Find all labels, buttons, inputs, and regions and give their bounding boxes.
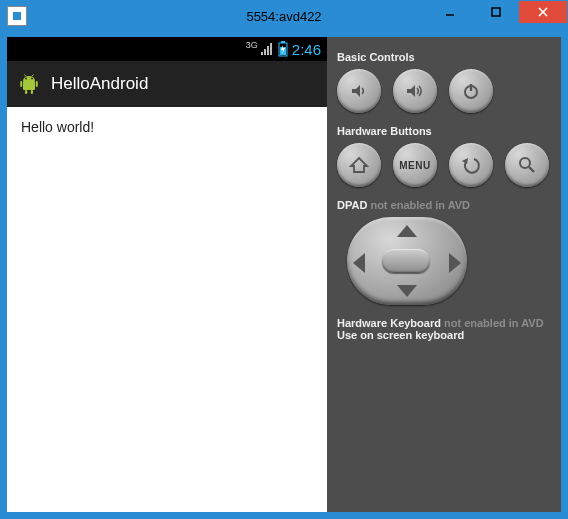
home-button[interactable] (337, 143, 381, 187)
svg-rect-7 (270, 43, 272, 55)
titlebar: 5554:avd422 (1, 1, 567, 31)
signal-icon (260, 42, 274, 56)
menu-button[interactable]: MENU (393, 143, 437, 187)
hardware-buttons-row: MENU (337, 143, 551, 187)
svg-rect-4 (261, 52, 263, 55)
client-area: 3G 2:46 (1, 31, 567, 518)
maximize-icon (490, 6, 502, 18)
maximize-button[interactable] (473, 1, 519, 23)
power-icon (460, 80, 482, 102)
window-controls (427, 1, 567, 31)
svg-rect-6 (267, 46, 269, 55)
svg-marker-25 (351, 158, 367, 172)
svg-rect-1 (492, 8, 500, 16)
hardware-keyboard-section: Hardware Keyboard not enabled in AVD Use… (337, 317, 551, 341)
network-type-label: 3G (246, 40, 258, 50)
dpad-down-icon (397, 285, 417, 297)
home-icon (348, 154, 370, 176)
basic-controls-row (337, 69, 551, 113)
dpad-disabled-note: not enabled in AVD (370, 199, 470, 211)
clock-label: 2:46 (292, 41, 321, 58)
back-button[interactable] (449, 143, 493, 187)
hello-world-text: Hello world! (21, 119, 94, 135)
app-content-area[interactable]: Hello world! (7, 107, 327, 512)
dpad-label: DPAD (337, 199, 367, 211)
android-app-bar: HelloAndroid (7, 61, 327, 107)
app-title: HelloAndroid (51, 74, 148, 94)
emulator-side-panel: Basic Controls (327, 37, 561, 512)
svg-line-19 (25, 75, 27, 77)
dpad-right-icon (449, 253, 461, 273)
svg-rect-16 (36, 81, 38, 87)
dpad-left-icon (353, 253, 365, 273)
menu-button-label: MENU (399, 160, 430, 171)
svg-rect-12 (23, 81, 35, 90)
hardware-buttons-label: Hardware Buttons (337, 125, 551, 137)
battery-icon (278, 41, 288, 57)
svg-marker-22 (407, 85, 415, 97)
svg-point-14 (31, 78, 33, 80)
volume-down-button[interactable] (337, 69, 381, 113)
svg-rect-18 (31, 90, 33, 94)
power-button[interactable] (449, 69, 493, 113)
dpad (337, 217, 477, 305)
search-icon (516, 154, 538, 176)
svg-marker-21 (352, 85, 360, 97)
volume-up-button[interactable] (393, 69, 437, 113)
device-screen: 3G 2:46 (7, 37, 327, 512)
svg-point-13 (25, 78, 27, 80)
basic-controls-label: Basic Controls (337, 51, 551, 63)
android-robot-icon (17, 72, 41, 96)
minimize-button[interactable] (427, 1, 473, 23)
svg-point-27 (520, 158, 530, 168)
svg-rect-15 (20, 81, 22, 87)
android-status-bar: 3G 2:46 (7, 37, 327, 61)
close-button[interactable] (519, 1, 567, 23)
back-icon (460, 154, 482, 176)
minimize-icon (444, 6, 456, 18)
hw-keyboard-label: Hardware Keyboard (337, 317, 441, 329)
svg-line-28 (529, 167, 534, 172)
svg-line-20 (32, 75, 34, 77)
hw-keyboard-hint: Use on screen keyboard (337, 329, 551, 341)
search-button[interactable] (505, 143, 549, 187)
hw-keyboard-disabled-note: not enabled in AVD (444, 317, 544, 329)
window-app-icon (7, 6, 27, 26)
svg-rect-5 (264, 49, 266, 55)
emulator-window: 5554:avd422 3G (0, 0, 568, 519)
close-icon (537, 6, 549, 18)
dpad-center-button (382, 249, 430, 273)
volume-down-icon (348, 80, 370, 102)
svg-rect-17 (25, 90, 27, 94)
dpad-section-label: DPAD not enabled in AVD (337, 199, 551, 211)
volume-up-icon (404, 80, 426, 102)
dpad-up-icon (397, 225, 417, 237)
